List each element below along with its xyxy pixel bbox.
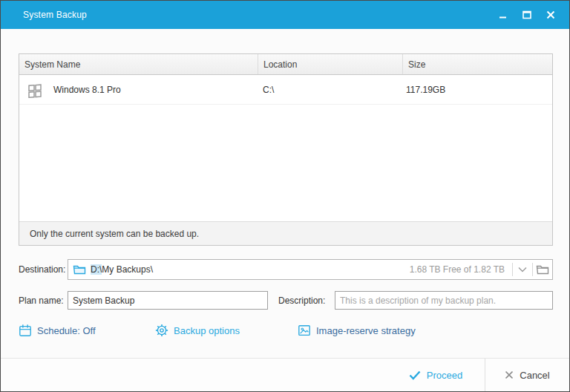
cancel-button-label: Cancel <box>520 370 549 381</box>
windows-logo-icon <box>27 82 43 98</box>
window-controls <box>495 1 559 29</box>
backup-options-link-label: Backup options <box>174 325 240 336</box>
table-note: Only the current system can be backed up… <box>19 221 552 245</box>
destination-dropdown-button[interactable] <box>513 260 532 279</box>
cancel-x-icon <box>505 370 514 379</box>
system-table: System Name Location Size Windows 8.1 Pr… <box>19 53 553 246</box>
footer-bar: Proceed Cancel <box>1 358 569 391</box>
system-location: C:\ <box>258 85 402 95</box>
column-header-system-name[interactable]: System Name <box>19 54 258 74</box>
browse-folder-button[interactable] <box>533 260 552 279</box>
table-empty-area <box>19 105 552 221</box>
system-backup-window: System Backup System Name Location Size <box>0 0 570 392</box>
checkmark-icon <box>409 370 421 380</box>
titlebar[interactable]: System Backup <box>1 1 569 29</box>
destination-label: Destination: <box>19 264 65 275</box>
window-title: System Backup <box>1 10 87 20</box>
description-input[interactable] <box>335 291 553 310</box>
description-label: Description: <box>278 295 325 306</box>
maximize-button[interactable] <box>519 7 535 23</box>
plan-name-label: Plan name: <box>19 295 64 306</box>
minimize-button[interactable] <box>495 7 511 23</box>
image-reserve-strategy-link-label: Image-reserve strategy <box>316 325 416 336</box>
schedule-link[interactable]: Schedule: Off <box>19 322 96 339</box>
backup-options-link[interactable]: Backup options <box>155 322 240 339</box>
proceed-button[interactable]: Proceed <box>387 359 485 391</box>
browse-folder-icon <box>536 264 549 275</box>
destination-path-selected: D:\ <box>91 264 102 275</box>
free-space-text: 1.68 TB Free of 1.82 TB <box>410 264 512 275</box>
system-size: 117.19GB <box>402 85 552 95</box>
maximize-icon <box>522 10 531 19</box>
table-row[interactable]: Windows 8.1 Pro C:\ 117.19GB <box>19 75 552 105</box>
image-reserve-strategy-link[interactable]: Image-reserve strategy <box>298 322 416 339</box>
image-icon <box>298 324 311 337</box>
destination-combobox[interactable]: D:\My Backups\ 1.68 TB Free of 1.82 TB <box>68 259 553 280</box>
calendar-icon <box>19 324 32 337</box>
destination-folder-icon <box>73 264 86 275</box>
chevron-down-icon <box>518 267 527 272</box>
destination-path[interactable]: D:\My Backups\ <box>91 264 410 275</box>
minimize-icon <box>499 10 508 19</box>
table-header: System Name Location Size <box>19 54 552 75</box>
close-icon <box>546 10 555 19</box>
column-header-location[interactable]: Location <box>258 54 402 74</box>
schedule-link-label: Schedule: Off <box>37 325 96 336</box>
system-name: Windows 8.1 Pro <box>53 85 121 95</box>
close-button[interactable] <box>543 7 559 23</box>
destination-path-rest: My Backups\ <box>102 264 153 275</box>
gear-icon <box>155 324 168 337</box>
cancel-button[interactable]: Cancel <box>485 359 569 391</box>
column-header-size[interactable]: Size <box>402 54 552 74</box>
proceed-button-label: Proceed <box>427 370 462 381</box>
plan-name-input[interactable] <box>68 291 268 310</box>
